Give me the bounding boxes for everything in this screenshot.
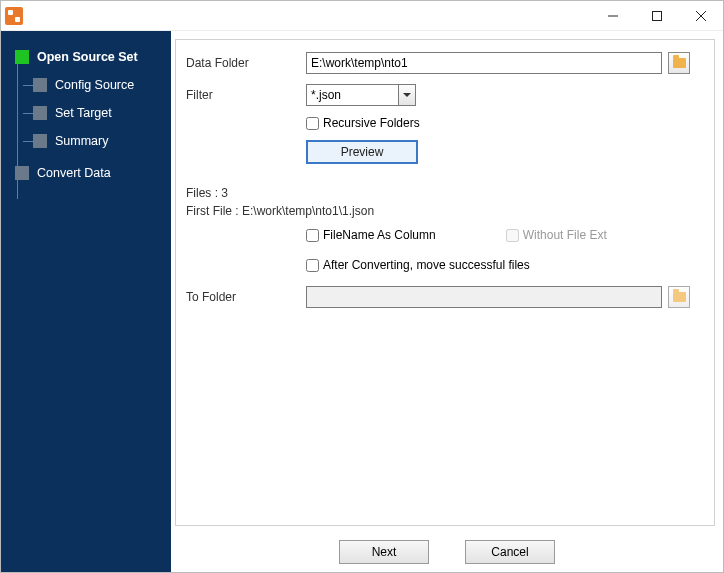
folder-icon xyxy=(673,58,686,68)
step-label: Summary xyxy=(55,134,108,148)
files-count-text: Files : 3 xyxy=(186,186,704,200)
filename-as-column-input[interactable] xyxy=(306,229,319,242)
browse-data-folder-button[interactable] xyxy=(668,52,690,74)
step-marker-icon xyxy=(15,50,29,64)
step-open-source-set[interactable]: Open Source Set xyxy=(15,43,165,71)
step-convert-data[interactable]: Convert Data xyxy=(15,159,165,187)
data-folder-input[interactable] xyxy=(306,52,662,74)
step-marker-icon xyxy=(15,166,29,180)
recursive-folders-checkbox[interactable]: Recursive Folders xyxy=(306,116,420,130)
step-marker-icon xyxy=(33,134,47,148)
maximize-button[interactable] xyxy=(635,1,679,31)
filter-combobox[interactable] xyxy=(306,84,416,106)
preview-button[interactable]: Preview xyxy=(306,140,418,164)
minimize-icon xyxy=(608,11,618,21)
wizard-sidebar: Open Source Set Config Source Set Target… xyxy=(1,31,171,572)
filter-dropdown-button[interactable] xyxy=(398,84,416,106)
maximize-icon xyxy=(652,11,662,21)
step-summary[interactable]: Summary xyxy=(33,127,165,155)
minimize-button[interactable] xyxy=(591,1,635,31)
filter-input[interactable] xyxy=(306,84,398,106)
app-icon xyxy=(5,7,23,25)
content-panel: Data Folder Filter xyxy=(171,31,723,572)
next-button[interactable]: Next xyxy=(339,540,429,564)
first-file-text: First File : E:\work\temp\nto1\1.json xyxy=(186,204,704,218)
wizard-footer: Next Cancel xyxy=(171,532,723,572)
data-folder-label: Data Folder xyxy=(186,56,306,70)
without-file-ext-checkbox: Without File Ext xyxy=(506,228,607,242)
without-file-ext-input xyxy=(506,229,519,242)
svg-rect-1 xyxy=(653,11,662,20)
step-label: Set Target xyxy=(55,106,112,120)
close-button[interactable] xyxy=(679,1,723,31)
step-marker-icon xyxy=(33,106,47,120)
folder-icon xyxy=(673,292,686,302)
window-controls xyxy=(591,1,723,31)
chevron-down-icon xyxy=(403,93,411,97)
to-folder-label: To Folder xyxy=(186,290,306,304)
without-file-ext-label: Without File Ext xyxy=(523,228,607,242)
recursive-folders-input[interactable] xyxy=(306,117,319,130)
move-successful-checkbox[interactable]: After Converting, move successful files xyxy=(306,258,530,272)
filename-as-column-label: FileName As Column xyxy=(323,228,436,242)
recursive-folders-label: Recursive Folders xyxy=(323,116,420,130)
filter-label: Filter xyxy=(186,88,306,102)
filename-as-column-checkbox[interactable]: FileName As Column xyxy=(306,228,436,242)
to-folder-input xyxy=(306,286,662,308)
step-label: Convert Data xyxy=(37,166,111,180)
titlebar xyxy=(1,1,723,31)
move-successful-label: After Converting, move successful files xyxy=(323,258,530,272)
app-window: Open Source Set Config Source Set Target… xyxy=(0,0,724,573)
cancel-button[interactable]: Cancel xyxy=(465,540,555,564)
step-marker-icon xyxy=(33,78,47,92)
step-config-source[interactable]: Config Source xyxy=(33,71,165,99)
form-area: Data Folder Filter xyxy=(175,39,715,526)
move-successful-input[interactable] xyxy=(306,259,319,272)
step-label: Open Source Set xyxy=(37,50,138,64)
step-set-target[interactable]: Set Target xyxy=(33,99,165,127)
browse-to-folder-button[interactable] xyxy=(668,286,690,308)
step-label: Config Source xyxy=(55,78,134,92)
close-icon xyxy=(696,11,706,21)
